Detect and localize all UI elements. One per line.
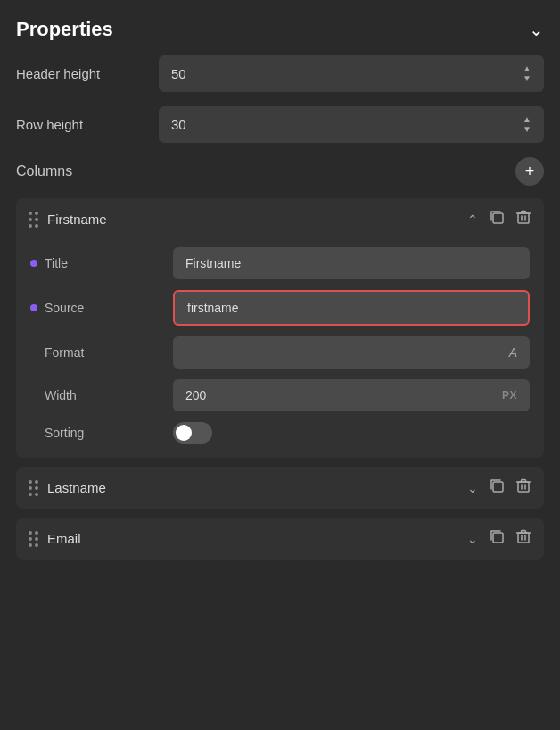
format-label: Format — [30, 345, 173, 360]
row-height-label: Row height — [16, 117, 159, 132]
panel-collapse-icon[interactable]: ⌄ — [529, 19, 544, 40]
title-label: Title — [30, 256, 173, 270]
svg-rect-3 — [518, 482, 529, 492]
column-actions-firstname: ⌃ — [467, 209, 531, 229]
header-height-spinner[interactable]: ▲ ▼ — [159, 55, 544, 92]
source-row: Source — [30, 290, 530, 326]
column-expand-lastname-icon[interactable]: ⌄ — [467, 481, 478, 495]
width-input-wrapper[interactable]: PX — [173, 379, 530, 411]
column-delete-lastname-icon[interactable] — [515, 477, 531, 498]
column-block-email: Email ⌄ — [16, 518, 544, 560]
column-header-email: Email ⌄ — [16, 518, 544, 560]
column-block-firstname: Firstname ⌃ — [16, 198, 544, 458]
column-copy-email-icon[interactable] — [489, 528, 505, 549]
format-row: Format A — [30, 336, 530, 369]
column-name-lastname: Lastname — [47, 480, 458, 495]
header-height-arrows[interactable]: ▲ ▼ — [523, 64, 531, 83]
panel-header: Properties ⌄ — [0, 0, 560, 55]
drag-handle-email[interactable] — [29, 531, 38, 547]
column-name-email: Email — [47, 531, 458, 546]
title-row: Title — [30, 247, 530, 279]
row-height-up-arrow[interactable]: ▲ — [523, 115, 531, 124]
header-height-up-arrow[interactable]: ▲ — [523, 64, 531, 73]
drag-handle-lastname[interactable] — [29, 480, 38, 496]
source-dot — [30, 304, 37, 311]
column-block-lastname: Lastname ⌄ — [16, 467, 544, 509]
row-height-down-arrow[interactable]: ▼ — [523, 125, 531, 134]
add-column-button[interactable]: + — [515, 157, 544, 186]
width-unit-label: PX — [502, 389, 517, 402]
svg-rect-1 — [518, 213, 529, 223]
columns-label: Columns — [16, 163, 72, 179]
column-header-lastname: Lastname ⌄ — [16, 467, 544, 509]
column-actions-email: ⌄ — [467, 528, 531, 549]
properties-panel: Properties ⌄ Header height ▲ ▼ Row heigh… — [0, 0, 560, 730]
svg-rect-0 — [493, 213, 503, 223]
svg-rect-2 — [493, 482, 503, 492]
column-copy-lastname-icon[interactable] — [489, 477, 505, 498]
sorting-toggle[interactable] — [173, 422, 212, 444]
svg-rect-5 — [518, 533, 529, 543]
row-height-spinner[interactable]: ▲ ▼ — [159, 106, 544, 143]
width-label: Width — [30, 388, 173, 402]
header-height-input[interactable] — [171, 66, 523, 81]
column-name-firstname: Firstname — [47, 212, 458, 227]
column-delete-firstname-icon[interactable] — [515, 209, 531, 229]
header-height-down-arrow[interactable]: ▼ — [523, 74, 531, 83]
format-type-icon: A — [509, 345, 517, 360]
source-input[interactable] — [173, 290, 530, 326]
column-copy-firstname-icon[interactable] — [489, 209, 505, 229]
properties-body: Header height ▲ ▼ Row height ▲ ▼ C — [0, 55, 560, 560]
columns-header: Columns + — [16, 157, 544, 186]
sorting-label: Sorting — [30, 426, 173, 440]
row-height-row: Row height ▲ ▼ — [16, 106, 544, 143]
header-height-row: Header height ▲ ▼ — [16, 55, 544, 92]
column-actions-lastname: ⌄ — [467, 477, 531, 498]
width-input[interactable] — [185, 388, 502, 402]
sorting-slider — [173, 422, 212, 444]
format-input-wrapper[interactable]: A — [173, 336, 530, 369]
format-input[interactable] — [185, 345, 509, 360]
column-details-firstname: Title Source Format — [16, 240, 544, 458]
row-height-arrows[interactable]: ▲ ▼ — [523, 115, 531, 134]
svg-rect-4 — [493, 533, 503, 543]
column-collapse-firstname-icon[interactable]: ⌃ — [467, 212, 478, 227]
title-dot — [30, 260, 37, 267]
panel-title: Properties — [16, 18, 113, 41]
width-row: Width PX — [30, 379, 530, 411]
sorting-row: Sorting — [30, 422, 530, 444]
column-delete-email-icon[interactable] — [515, 528, 531, 549]
source-label: Source — [30, 301, 173, 315]
row-height-input[interactable] — [171, 117, 523, 132]
column-expand-email-icon[interactable]: ⌄ — [467, 532, 478, 546]
drag-handle-firstname[interactable] — [29, 212, 38, 228]
title-input[interactable] — [173, 247, 530, 279]
column-header-firstname: Firstname ⌃ — [16, 198, 544, 240]
header-height-label: Header height — [16, 66, 159, 81]
